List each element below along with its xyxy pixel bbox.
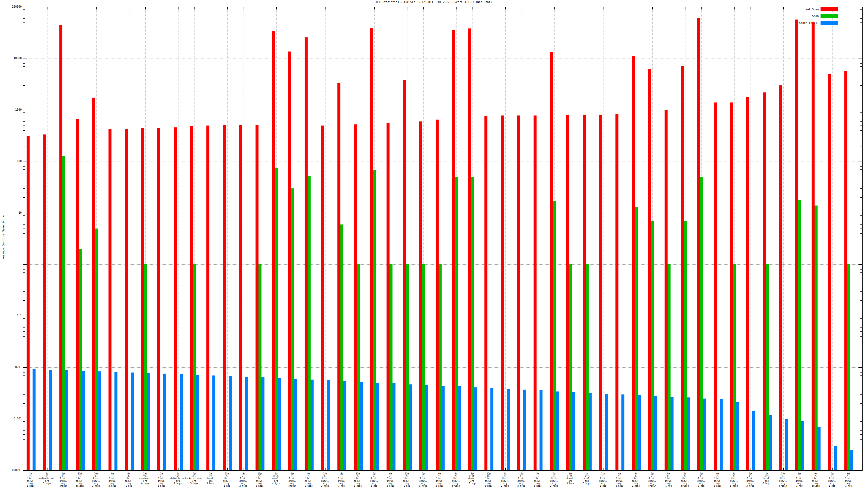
bar-score [605,394,608,470]
y-minor-tick-left [23,331,25,332]
bar-spam [275,168,278,470]
bar-score [442,386,444,470]
bar-not-spam [305,37,308,470]
y-minor-tick-right [860,112,862,112]
bar-score [507,389,510,470]
bar-score [703,398,706,470]
x-tick-top [211,7,211,9]
bar-spam [258,264,261,470]
bar-spam [62,156,65,470]
y-minor-tick-left [23,19,25,19]
bar-score [572,392,575,470]
bar-spam [373,170,376,470]
bar-not-spam [239,125,242,470]
y-minor-tick-right [860,19,862,19]
bar-not-spam [59,25,62,470]
x-tick-top [505,7,506,9]
y-minor-tick-right [860,95,862,95]
y-minor-tick-right [860,267,862,267]
y-minor-tick-right [860,240,862,240]
bar-not-spam [517,116,520,470]
legend-label: Score (0..1) [799,22,818,24]
bar-spam [439,264,442,470]
y-minor-tick-left [23,182,25,182]
x-tick-top [849,7,849,9]
x-tick-top [129,7,129,9]
y-minor-tick-left [23,446,25,446]
y-minor-tick-right [860,276,862,276]
y-minor-tick-left [23,218,25,218]
x-tick-top [194,7,195,9]
y-minor-tick-left [23,455,25,455]
bar-score [49,370,52,470]
y-minor-tick-right [860,218,862,218]
x-tick-top [31,7,31,9]
group-gridline [750,7,751,470]
y-major-tick-right [859,213,862,214]
bar-score [82,371,85,470]
y-minor-tick-right [860,130,862,131]
legend-swatch [820,7,838,11]
y-minor-tick-left [23,164,25,164]
bar-not-spam [419,122,422,470]
y-minor-tick-left [23,215,25,216]
y-minor-tick-left [23,324,25,324]
y-minor-tick-right [860,28,862,28]
bar-score [785,419,788,470]
y-minor-tick-right [860,249,862,249]
bar-score [98,371,101,470]
y-minor-tick-left [23,197,25,198]
bar-not-spam [272,31,275,470]
y-major-tick-right [859,419,862,419]
y-minor-tick-left [23,23,25,23]
y-minor-tick-right [860,272,862,273]
y-minor-tick-right [860,343,862,343]
y-minor-tick-left [23,427,25,427]
x-tick-bottom [325,468,326,470]
y-minor-tick-right [860,215,862,216]
bar-spam [291,188,294,470]
x-tick-top [620,7,620,9]
x-tick-top [407,7,407,9]
x-tick-top [113,7,113,9]
x-tick-top [178,7,179,9]
x-tick-bottom [522,468,522,470]
x-tick-top [145,7,146,9]
y-minor-tick-right [860,424,862,424]
bar-not-spam [632,56,635,470]
legend-label: Not Spam [806,8,818,11]
bar-spam [586,264,589,470]
bar-score [720,399,723,470]
bar-spam [308,176,311,470]
y-minor-tick-left [23,276,25,276]
bar-not-spam [337,83,340,470]
bar-score [294,379,297,470]
x-tick-bottom [750,468,751,470]
bar-score [539,390,542,470]
bar-not-spam [288,52,291,470]
bar-not-spam [386,123,390,470]
bar-not-spam [812,22,814,470]
bar-score [33,369,35,470]
y-minor-tick-left [23,269,25,270]
group-gridline [178,7,179,470]
bar-spam [814,205,817,470]
y-minor-tick-left [23,291,25,292]
y-minor-tick-left [23,130,25,131]
y-minor-tick-left [23,370,25,370]
bar-spam [406,264,409,470]
bar-not-spam [664,110,668,470]
decade-gridline [23,264,862,265]
y-minor-tick-left [23,318,25,319]
bar-score [343,381,346,470]
y-minor-tick-left [23,267,25,267]
x-tick-top [342,7,342,9]
x-tick-top [440,7,440,9]
bar-not-spam [27,136,30,470]
bar-spam [553,201,556,470]
bar-score [752,411,755,470]
bar-not-spam [255,125,258,470]
y-minor-tick-right [860,455,862,455]
y-minor-tick-right [860,12,862,12]
bar-score [671,397,674,470]
